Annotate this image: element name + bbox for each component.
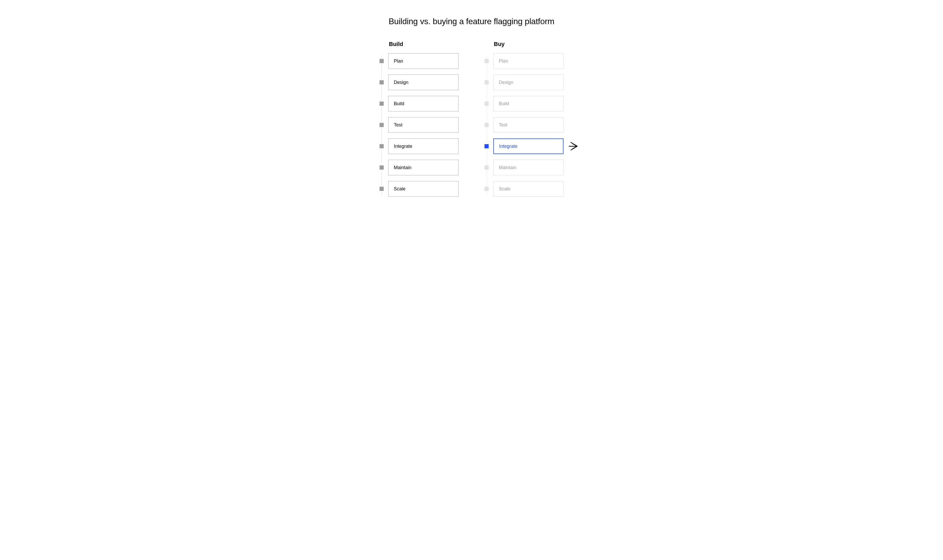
buy-column: Buy Plan Design — [485, 41, 563, 197]
buy-box-design: Design — [493, 75, 563, 90]
buy-step-test: Test — [485, 117, 563, 133]
buy-marker-plan — [485, 59, 489, 63]
build-step-design: Design — [380, 75, 458, 90]
build-marker-integrate — [380, 144, 384, 148]
buy-marker-test — [485, 123, 489, 127]
build-step-integrate: Integrate — [380, 138, 458, 154]
build-step-label: Test — [394, 122, 402, 128]
build-column-header: Build — [389, 41, 458, 48]
build-box-design: Design — [388, 75, 458, 90]
build-box-test: Test — [388, 117, 458, 133]
build-marker-build — [380, 102, 384, 106]
buy-step-label: Integrate — [499, 144, 517, 149]
build-box-integrate: Integrate — [388, 138, 458, 154]
columns-wrapper: Build Plan Design — [290, 41, 653, 197]
build-marker-test — [380, 123, 384, 127]
diagram-canvas: Building vs. buying a feature flagging p… — [290, 0, 653, 197]
buy-column-header: Buy — [494, 41, 563, 48]
buy-marker-design — [485, 80, 489, 85]
build-step-maintain: Maintain — [380, 160, 458, 175]
buy-step-label: Design — [499, 80, 513, 85]
build-marker-scale — [380, 187, 384, 191]
build-step-label: Maintain — [394, 165, 411, 171]
buy-step-plan: Plan — [485, 53, 563, 69]
buy-box-scale: Scale — [493, 181, 563, 197]
build-column: Build Plan Design — [380, 41, 458, 197]
buy-box-build: Build — [493, 96, 563, 111]
buy-marker-integrate — [485, 144, 489, 148]
buy-step-scale: Scale — [485, 181, 563, 197]
build-step-label: Integrate — [394, 144, 412, 149]
buy-step-label: Build — [499, 101, 509, 106]
build-step-label: Design — [394, 80, 408, 85]
build-step-scale: Scale — [380, 181, 458, 197]
buy-step-build: Build — [485, 96, 563, 111]
buy-box-maintain: Maintain — [493, 160, 563, 175]
diagram-title: Building vs. buying a feature flagging p… — [290, 17, 653, 26]
buy-step-maintain: Maintain — [485, 160, 563, 175]
buy-step-integrate: Integrate — [485, 138, 563, 154]
build-step-build: Build — [380, 96, 458, 111]
build-step-test: Test — [380, 117, 458, 133]
build-step-label: Plan — [394, 58, 403, 64]
build-marker-plan — [380, 59, 384, 63]
integrate-arrow-icon — [568, 140, 579, 152]
build-box-plan: Plan — [388, 53, 458, 69]
build-marker-design — [380, 80, 384, 85]
build-step-plan: Plan — [380, 53, 458, 69]
buy-box-test: Test — [493, 117, 563, 133]
buy-step-design: Design — [485, 75, 563, 90]
build-box-scale: Scale — [388, 181, 458, 197]
buy-track: Plan Design Build — [485, 53, 563, 197]
buy-marker-maintain — [485, 165, 489, 169]
build-step-label: Build — [394, 101, 404, 106]
buy-marker-scale — [485, 187, 489, 191]
build-step-label: Scale — [394, 186, 406, 192]
buy-step-label: Plan — [499, 58, 508, 64]
buy-step-label: Scale — [499, 186, 511, 192]
buy-step-label: Maintain — [499, 165, 517, 171]
buy-step-label: Test — [499, 122, 508, 128]
build-box-maintain: Maintain — [388, 160, 458, 175]
buy-box-plan: Plan — [493, 53, 563, 69]
build-box-build: Build — [388, 96, 458, 111]
build-marker-maintain — [380, 165, 384, 169]
buy-box-integrate: Integrate — [493, 138, 563, 154]
buy-marker-build — [485, 102, 489, 106]
build-track: Plan Design Build — [380, 53, 458, 197]
